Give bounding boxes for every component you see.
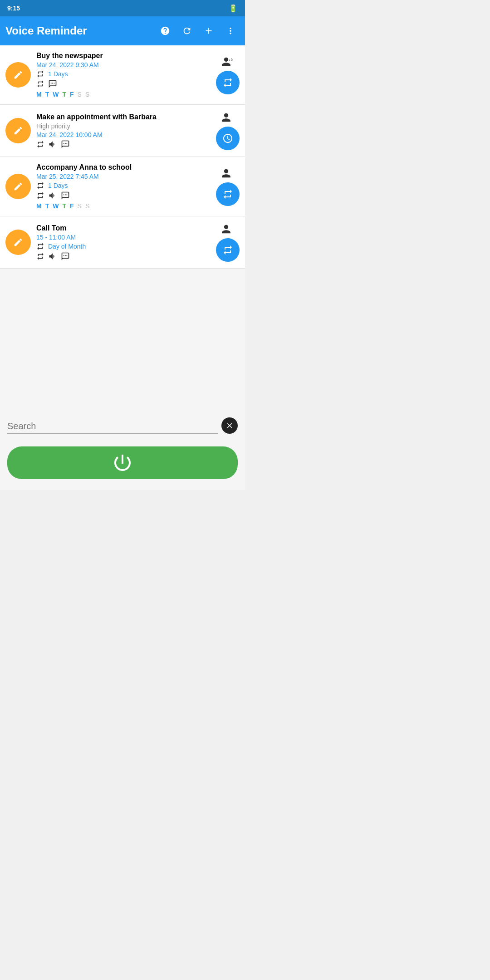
content-area: Buy the newspaper Mar 24, 2022 9:30 AM 1… — [0, 45, 245, 490]
status-time: 9:15 — [7, 5, 20, 12]
day-S: S — [78, 91, 82, 98]
reminder-actions-r1 — [216, 55, 240, 94]
help-button[interactable] — [156, 22, 174, 40]
day-r3-M: M — [36, 202, 42, 210]
chat-icon-r2 — [61, 140, 70, 149]
reminder-datetime-r1: Mar 24, 2022 9:30 AM — [36, 61, 211, 69]
action-button-r4[interactable] — [216, 238, 240, 262]
power-icon — [112, 452, 133, 474]
person-speaking-icon-r2 — [221, 111, 234, 124]
app-title: Voice Reminder — [5, 24, 152, 37]
reminder-icons-row-r3: 1 Days — [36, 181, 211, 190]
reminder-actions-r2 — [216, 111, 240, 150]
reminder-icons-row-r4: Day of Month — [36, 242, 211, 250]
reminder-title-r2: Make an appointment with Barbara — [36, 113, 211, 121]
day-r3-S: S — [78, 202, 82, 210]
chat-icon-r4 — [61, 252, 70, 261]
repeat2-icon — [36, 80, 44, 88]
reminder-priority-r2: High priority — [36, 122, 211, 130]
person-speaking-icon-r3 — [221, 167, 234, 180]
action-button-r2[interactable] — [216, 127, 240, 150]
reminder-actions-r3 — [216, 167, 240, 206]
refresh-button[interactable] — [178, 22, 196, 40]
repeat-action-icon — [222, 77, 233, 88]
app-bar: Voice Reminder — [0, 16, 245, 45]
reminder-chat-row-r1 — [36, 79, 211, 88]
reminder-icons2-row-r3 — [36, 191, 211, 200]
volume-icon-r3 — [48, 191, 57, 200]
status-bar: 9:15 🔋 — [0, 0, 245, 16]
chat-icon — [48, 79, 57, 88]
person-speaking-icon — [221, 55, 234, 68]
reminder-item: Buy the newspaper Mar 24, 2022 9:30 AM 1… — [0, 45, 245, 105]
day-M: M — [36, 91, 42, 98]
search-row — [7, 417, 238, 434]
reminder-item-r3: Accompany Anna to school Mar 25, 2022 7:… — [0, 157, 245, 216]
day-r3-S2: S — [85, 202, 89, 210]
reminder-repeat-r1: 1 Days — [48, 70, 68, 78]
add-button[interactable] — [200, 22, 218, 40]
chat-icon-r3 — [61, 191, 70, 200]
day-T: T — [45, 91, 49, 98]
clock-action-icon — [222, 133, 233, 144]
reminder-repeat-r3: 1 Days — [48, 182, 68, 189]
reminder-icons2-row-r4 — [36, 252, 211, 261]
search-area — [0, 408, 245, 441]
repeat-icon-r3 — [36, 181, 44, 190]
reminder-content-r4: Call Tom 15 - 11:00 AM Day of Month — [36, 224, 211, 261]
reminder-list: Buy the newspaper Mar 24, 2022 9:30 AM 1… — [0, 45, 245, 408]
reminder-content-r1: Buy the newspaper Mar 24, 2022 9:30 AM 1… — [36, 52, 211, 98]
more-menu-button[interactable] — [221, 22, 240, 40]
edit-button-r3[interactable] — [5, 174, 31, 199]
reminder-repeat-r4: Day of Month — [48, 243, 86, 250]
edit-button-r4[interactable] — [5, 230, 31, 255]
search-input[interactable] — [7, 421, 218, 431]
reminder-actions-r4 — [216, 223, 240, 262]
days-row-r3: M T W T F S S — [36, 202, 211, 210]
repeat-icon-r4 — [36, 242, 44, 250]
edit-button-r2[interactable] — [5, 118, 31, 143]
repeat-action-icon-r4 — [222, 245, 233, 255]
day-r3-T: T — [45, 202, 49, 210]
reminder-title-r4: Call Tom — [36, 224, 211, 232]
day-W: W — [53, 91, 59, 98]
action-button-r1[interactable] — [216, 71, 240, 94]
reminder-icons-row-r1: 1 Days — [36, 70, 211, 78]
reminder-content-r3: Accompany Anna to school Mar 25, 2022 7:… — [36, 163, 211, 210]
reminder-datetime-r4: 15 - 11:00 AM — [36, 234, 211, 241]
day-r3-T2: T — [62, 202, 66, 210]
reminder-datetime-r3: Mar 25, 2022 7:45 AM — [36, 173, 211, 180]
volume-icon-r2 — [48, 140, 57, 149]
day-F: F — [70, 91, 74, 98]
reminder-content-r2: Make an appointment with Barbara High pr… — [36, 113, 211, 149]
repeat2-icon-r4 — [36, 252, 44, 260]
repeat-icon — [36, 70, 44, 78]
day-r3-W: W — [53, 202, 59, 210]
close-icon — [225, 421, 234, 430]
person-speaking-icon-r4 — [221, 223, 234, 235]
day-r3-F: F — [70, 202, 74, 210]
repeat-icon-r2 — [36, 140, 44, 148]
day-S2: S — [85, 91, 89, 98]
reminder-icons-row-r2 — [36, 140, 211, 149]
reminder-item-r2: Make an appointment with Barbara High pr… — [0, 105, 245, 157]
search-input-wrap — [7, 421, 218, 434]
action-button-r3[interactable] — [216, 182, 240, 206]
reminder-title-r3: Accompany Anna to school — [36, 163, 211, 172]
repeat2-icon-r3 — [36, 191, 44, 200]
reminder-title-r1: Buy the newspaper — [36, 52, 211, 60]
days-row-r1: M T W T F S S — [36, 91, 211, 98]
day-T2: T — [62, 91, 66, 98]
battery-icon: 🔋 — [229, 4, 238, 13]
reminder-datetime-r2: Mar 24, 2022 10:00 AM — [36, 131, 211, 138]
reminder-item-r4: Call Tom 15 - 11:00 AM Day of Month — [0, 216, 245, 269]
edit-button-r1[interactable] — [5, 62, 31, 88]
power-button[interactable] — [7, 446, 238, 479]
repeat-action-icon-r3 — [222, 189, 233, 200]
search-clear-button[interactable] — [221, 417, 238, 434]
volume-icon-r4 — [48, 252, 57, 261]
